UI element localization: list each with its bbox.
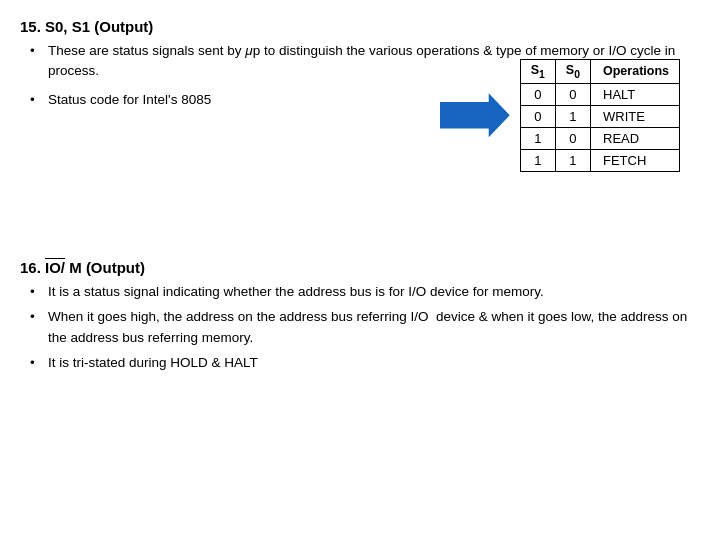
section16-overline: IO/ <box>45 259 65 276</box>
table-cell-s0: 0 <box>555 127 590 149</box>
table-header-s0: S0 <box>555 60 590 84</box>
section16-suffix: M (Output) <box>65 259 145 276</box>
section15-bullet2: Status code for Intel's 8085 <box>30 90 700 110</box>
section16-block: 16. IO/ M (Output) It is a status signal… <box>20 259 700 373</box>
section16-bullet1: It is a status signal indicating whether… <box>30 282 700 302</box>
table-cell-s0: 1 <box>555 149 590 171</box>
section16-prefix: 16. <box>20 259 45 276</box>
section15-title-text: 15. S0, S1 (Output) <box>20 18 153 35</box>
table-header-operations: Operations <box>591 60 680 84</box>
table-header-s1: S1 <box>520 60 555 84</box>
right-panel: S1 S0 Operations 0 0 HALT 0 1 WRITE <box>440 59 680 172</box>
table-cell-s1: 1 <box>520 127 555 149</box>
table-cell-op: FETCH <box>591 149 680 171</box>
section16-bullets: It is a status signal indicating whether… <box>20 282 700 373</box>
table-cell-s1: 1 <box>520 149 555 171</box>
status-table: S1 S0 Operations 0 0 HALT 0 1 WRITE <box>520 59 680 172</box>
section16-bullet3: It is tri-stated during HOLD & HALT <box>30 353 700 373</box>
table-row: 1 1 FETCH <box>520 149 679 171</box>
section15-title: 15. S0, S1 (Output) <box>20 18 700 35</box>
section16-bullet2: When it goes high, the address on the ad… <box>30 307 700 348</box>
table-row: 1 0 READ <box>520 127 679 149</box>
table-cell-op: READ <box>591 127 680 149</box>
section16-title: 16. IO/ M (Output) <box>20 259 700 276</box>
